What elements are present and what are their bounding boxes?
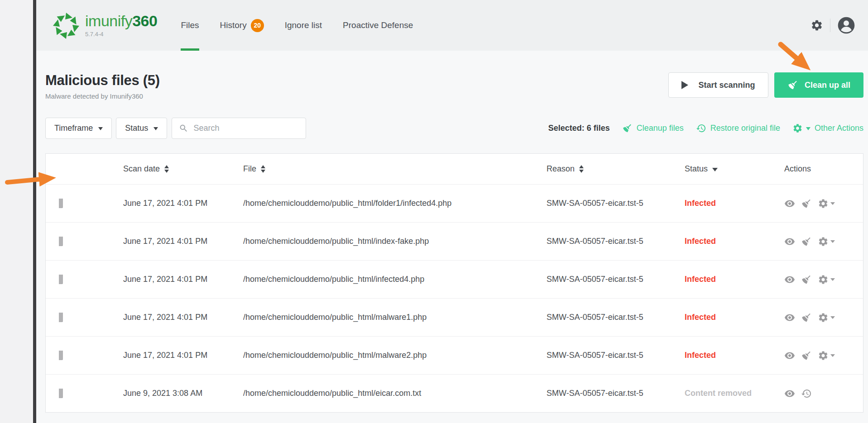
- scan-date-cell: June 17, 2021 4:01 PM: [123, 237, 243, 246]
- file-path-cell: /home/chemiclouddemo/public_html/folder1…: [243, 199, 547, 208]
- file-path-cell: /home/chemiclouddemo/public_html/malware…: [243, 351, 547, 360]
- sidebar-edge-strip: [33, 0, 36, 423]
- scan-date-cell: June 17, 2021 4:01 PM: [123, 313, 243, 322]
- column-header-status[interactable]: Status: [685, 164, 784, 174]
- row-actions: [784, 312, 863, 323]
- user-avatar-icon[interactable]: [837, 16, 855, 34]
- page-title: Malicious files (5): [45, 72, 160, 89]
- table-body: June 17, 2021 4:01 PM /home/chemicloudde…: [46, 184, 863, 412]
- sort-desc-icon[interactable]: [712, 168, 718, 171]
- table-row: June 17, 2021 4:01 PM /home/chemicloudde…: [46, 222, 863, 260]
- sort-icon[interactable]: [164, 165, 169, 173]
- selected-summary: Selected: 6 files: [548, 124, 610, 133]
- scan-date-cell: June 9, 2021 3:08 AM: [123, 389, 243, 398]
- column-header-scan-date[interactable]: Scan date: [123, 164, 243, 174]
- settings-icon[interactable]: [818, 312, 835, 323]
- timeframe-dropdown[interactable]: Timeframe: [45, 118, 112, 139]
- top-bar: imunify360 5.7.4-4 Files History20 Ignor…: [36, 0, 868, 51]
- history-count-badge: 20: [251, 19, 264, 32]
- settings-icon[interactable]: [818, 198, 835, 209]
- row-actions: [784, 198, 863, 209]
- status-badge: Infected: [685, 237, 784, 246]
- settings-icon[interactable]: [818, 274, 835, 285]
- search-icon: [179, 124, 188, 133]
- nav-tab-proactive-defense[interactable]: Proactive Defense: [343, 0, 413, 51]
- play-icon: [681, 81, 688, 89]
- status-badge: Infected: [685, 199, 784, 208]
- reason-cell: SMW-SA-05057-eicar.tst-5: [547, 351, 685, 360]
- scan-date-cell: June 17, 2021 4:01 PM: [123, 199, 243, 208]
- nav-tab-files[interactable]: Files: [181, 0, 199, 51]
- table-row: June 17, 2021 4:01 PM /home/chemicloudde…: [46, 298, 863, 336]
- brand-logo: imunify360 5.7.4-4: [53, 0, 157, 51]
- table-row: June 17, 2021 4:01 PM /home/chemicloudde…: [46, 260, 863, 298]
- status-dropdown[interactable]: Status: [116, 118, 167, 139]
- version-label: 5.7.4-4: [85, 31, 157, 38]
- broom-icon: [622, 123, 633, 133]
- broom-icon: [787, 80, 798, 90]
- start-scanning-button[interactable]: Start scanning: [668, 72, 768, 98]
- search-input[interactable]: [193, 124, 299, 133]
- table-row: June 9, 2021 3:08 AM /home/chemiclouddem…: [46, 374, 863, 412]
- row-actions: [784, 274, 863, 285]
- cleanup-icon[interactable]: [801, 350, 812, 361]
- clean-up-all-button[interactable]: Clean up all: [774, 72, 863, 98]
- settings-icon[interactable]: [818, 236, 835, 247]
- column-header-file[interactable]: File: [243, 164, 547, 174]
- brand-name: imunify360: [85, 13, 157, 29]
- expand-row-icon[interactable]: [59, 351, 63, 360]
- scan-date-cell: June 17, 2021 4:01 PM: [123, 351, 243, 360]
- scan-date-cell: June 17, 2021 4:01 PM: [123, 275, 243, 284]
- settings-icon[interactable]: [818, 350, 835, 361]
- other-actions-link[interactable]: Other Actions: [792, 123, 863, 133]
- divider: [830, 19, 830, 32]
- table-header-row: Scan date File Reason Status Actions: [46, 154, 863, 184]
- view-icon[interactable]: [784, 236, 795, 247]
- sort-icon[interactable]: [261, 165, 265, 173]
- cleanup-icon[interactable]: [801, 274, 812, 285]
- column-header-actions: Actions: [784, 164, 863, 174]
- imunify360-logo-icon: [53, 12, 80, 39]
- status-badge: Infected: [685, 275, 784, 284]
- search-box[interactable]: [172, 118, 306, 139]
- table-row: June 17, 2021 4:01 PM /home/chemicloudde…: [46, 336, 863, 374]
- chevron-down-icon: [153, 127, 158, 130]
- view-icon[interactable]: [784, 198, 795, 209]
- expand-row-icon[interactable]: [59, 389, 63, 398]
- expand-row-icon[interactable]: [59, 199, 63, 208]
- cleanup-icon[interactable]: [801, 312, 812, 323]
- restore-icon[interactable]: [801, 388, 812, 399]
- table-row: June 17, 2021 4:01 PM /home/chemicloudde…: [46, 184, 863, 222]
- status-badge: Infected: [685, 351, 784, 360]
- row-actions: [784, 350, 863, 361]
- file-path-cell: /home/chemiclouddemo/public_html/eicar.c…: [243, 389, 547, 398]
- column-header-reason[interactable]: Reason: [547, 164, 685, 174]
- cleanup-icon[interactable]: [801, 236, 812, 247]
- expand-row-icon[interactable]: [59, 237, 63, 246]
- cleanup-files-link[interactable]: Cleanup files: [622, 123, 684, 133]
- status-badge: Content removed: [685, 389, 784, 398]
- page-left-margin: [0, 0, 33, 423]
- nav-tab-history[interactable]: History20: [220, 0, 264, 51]
- file-path-cell: /home/chemiclouddemo/public_html/index-f…: [243, 237, 547, 246]
- settings-gear-icon[interactable]: [810, 19, 823, 32]
- restore-original-file-link[interactable]: Restore original file: [696, 123, 780, 133]
- view-icon[interactable]: [784, 312, 795, 323]
- file-path-cell: /home/chemiclouddemo/public_html/infecte…: [243, 275, 547, 284]
- history-restore-icon: [696, 123, 706, 133]
- status-badge: Infected: [685, 313, 784, 322]
- reason-cell: SMW-SA-05057-eicar.tst-5: [547, 237, 685, 246]
- view-icon[interactable]: [784, 350, 795, 361]
- sort-icon[interactable]: [579, 165, 584, 173]
- view-icon[interactable]: [784, 274, 795, 285]
- page-subtitle: Malware detected by Imunify360: [45, 92, 160, 100]
- top-nav: Files History20 Ignore list Proactive De…: [181, 0, 413, 51]
- expand-row-icon[interactable]: [59, 313, 63, 322]
- nav-tab-ignore-list[interactable]: Ignore list: [285, 0, 322, 51]
- reason-cell: SMW-SA-05057-eicar.tst-5: [547, 389, 685, 398]
- file-path-cell: /home/chemiclouddemo/public_html/malware…: [243, 313, 547, 322]
- cleanup-icon[interactable]: [801, 198, 812, 209]
- view-icon[interactable]: [784, 388, 795, 399]
- row-actions: [784, 388, 863, 399]
- expand-row-icon[interactable]: [59, 275, 63, 284]
